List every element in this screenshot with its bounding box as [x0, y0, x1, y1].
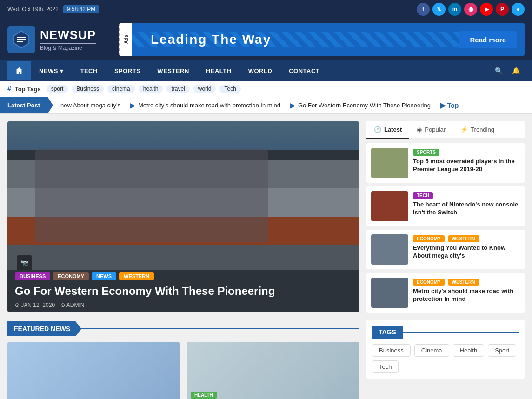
top-tags-label: Top Tags [15, 86, 41, 93]
twitter-icon[interactable]: 𝕏 [432, 3, 446, 16]
sidebar-content-1: TECH The heart of Nintendo's new console… [413, 191, 520, 221]
tab-latest[interactable]: 🕐 Latest [366, 121, 409, 139]
hero-article: 📷 BUSINESS ECONOMY NEWS WESTERN Go For W… [7, 121, 359, 312]
hero-camera-icon: 📷 [17, 255, 32, 270]
hero-tag-western[interactable]: WESTERN [119, 272, 154, 280]
read-more-button[interactable]: Read more [459, 31, 517, 48]
tag-button-tech[interactable]: Tech [372, 360, 399, 373]
search-icon[interactable]: 🔍 [490, 60, 507, 81]
ticker-content: now About mega city's ▶ Metro city's sho… [53, 97, 532, 113]
tag-button-health[interactable]: Health [453, 344, 485, 357]
featured-news-title: FEATURED NEWS [7, 321, 81, 336]
hero-tag-business[interactable]: BUSINESS [15, 272, 50, 280]
header: NEWSUP Blog & Magazine Ads Leading The W… [0, 19, 532, 60]
facebook-icon[interactable]: f [417, 3, 430, 16]
tag-cinema[interactable]: cinema [107, 85, 135, 93]
sidebar-item-0[interactable]: SPORTS Top 5 most overrated players in t… [366, 143, 525, 183]
ad-text: Leading The Way [141, 32, 449, 47]
ticker-top[interactable]: ▶ Top [440, 101, 459, 110]
youtube-icon[interactable]: ▶ [480, 3, 493, 16]
hero-meta: ⊙ JAN 12, 2020 ⊙ ADMIN [15, 302, 84, 308]
ticker-item-1[interactable]: ▶ Metro city's should make road with pro… [130, 101, 280, 110]
sidebar-thumb-0 [371, 148, 408, 178]
svg-rect-1 [17, 37, 26, 38]
tag-travel[interactable]: travel [166, 85, 189, 93]
sidebar-content-0: SPORTS Top 5 most overrated players in t… [413, 148, 520, 178]
clock-icon: 🕐 [374, 126, 381, 133]
sidebar-thumb-1 [371, 191, 408, 221]
logo-subtitle: Blog & Magazine [40, 43, 96, 51]
featured-news-section: FEATURED NEWS HEALTH [7, 321, 359, 399]
ad-tag: Ads [119, 23, 132, 56]
top-tags-bar: # Top Tags sport Business cinema health … [0, 81, 532, 97]
time-display: 9:58:42 PM [63, 5, 99, 13]
nav-western[interactable]: WESTERN [149, 61, 198, 81]
sidebar-thumb-3 [371, 278, 408, 308]
sidebar-badge-western-3: WESTERN [448, 279, 479, 286]
sidebar-badge-sports-0: SPORTS [413, 149, 439, 156]
main-nav: NEWS ▾ TECH SPORTS WESTERN HEALTH WORLD … [0, 60, 532, 81]
logo-title: NEWSUP [40, 28, 96, 42]
hero-tag-economy[interactable]: ECONOMY [53, 272, 89, 280]
hero-image [7, 121, 359, 312]
nav-news[interactable]: NEWS ▾ [31, 61, 72, 81]
tag-tech[interactable]: Tech [219, 85, 240, 93]
instagram-icon[interactable]: ◉ [464, 3, 477, 16]
pinterest-icon[interactable]: P [496, 3, 509, 16]
nav-tech[interactable]: TECH [72, 61, 106, 81]
featured-item-1[interactable]: HEALTH [187, 342, 359, 399]
featured-health-badge: HEALTH [191, 392, 217, 399]
hero-date: ⊙ JAN 12, 2020 [15, 302, 55, 308]
sidebar-item-1[interactable]: TECH The heart of Nintendo's new console… [366, 186, 525, 226]
trending-icon: ⚡ [460, 126, 468, 133]
sidebar-title-0: Top 5 most overrated players in the Prem… [413, 158, 520, 173]
tag-health[interactable]: health [139, 85, 163, 93]
hero-category-tags: BUSINESS ECONOMY NEWS WESTERN [15, 272, 154, 280]
featured-image-1: HEALTH [187, 342, 359, 399]
ticker-item-2[interactable]: ▶ Go For Western Economy With These Pion… [290, 101, 431, 110]
section-divider [81, 328, 359, 329]
tab-popular[interactable]: ◉ Popular [409, 121, 453, 138]
tag-button-business[interactable]: Business [372, 344, 411, 357]
tags-section-header: TAGS [372, 326, 519, 339]
sidebar-title-2: Everything You Wanted to Know About mega… [413, 244, 520, 260]
main-left: 📷 BUSINESS ECONOMY NEWS WESTERN Go For W… [7, 121, 359, 399]
tags-list: Business Cinema Health Sport Tech [372, 344, 519, 373]
tag-world[interactable]: world [193, 85, 216, 93]
social-icons: f 𝕏 in ◉ ▶ P ● [417, 3, 525, 16]
ad-banner: Ads Leading The Way Read more [119, 23, 525, 56]
ticker-item-0[interactable]: now About mega city's [60, 102, 120, 109]
tag-business[interactable]: Business [72, 85, 104, 93]
hero-author: ⊙ ADMIN [60, 302, 84, 308]
svg-rect-3 [17, 41, 23, 42]
sidebar-item-2[interactable]: ECONOMY WESTERN Everything You Wanted to… [366, 230, 525, 269]
nav-contact[interactable]: CONTACT [280, 61, 328, 81]
notification-bell-icon[interactable]: 🔔 [507, 60, 525, 81]
tag-button-cinema[interactable]: Cinema [414, 344, 449, 357]
logo-icon[interactable] [7, 26, 35, 53]
hero-title[interactable]: Go For Western Economy With These Pionee… [15, 285, 352, 298]
hero-tag-news[interactable]: NEWS [92, 272, 116, 280]
nav-sports[interactable]: SPORTS [106, 61, 149, 81]
sidebar-item-3[interactable]: ECONOMY WESTERN Metro city's should make… [366, 273, 525, 313]
linkedin-icon[interactable]: in [448, 3, 461, 16]
featured-image-0 [7, 342, 180, 399]
logo-area: NEWSUP Blog & Magazine [7, 26, 110, 53]
nav-health[interactable]: HEALTH [198, 61, 240, 81]
popular-icon: ◉ [417, 126, 422, 133]
sidebar-thumb-2 [371, 234, 408, 265]
rss-icon[interactable]: ● [512, 3, 525, 16]
nav-home-button[interactable] [7, 61, 31, 80]
latest-post-ticker: Latest Post now About mega city's ▶ Metr… [0, 97, 532, 114]
featured-grid: HEALTH [7, 342, 359, 399]
tag-sport[interactable]: sport [47, 85, 68, 93]
main-right: 🕐 Latest ◉ Popular ⚡ Trending SPORTS Top… [366, 121, 525, 399]
tab-trending[interactable]: ⚡ Trending [453, 121, 502, 138]
sidebar-badge-western-2: WESTERN [448, 235, 479, 242]
nav-world[interactable]: WORLD [240, 61, 281, 81]
tag-button-sport[interactable]: Sport [488, 344, 516, 357]
top-tags-hash: # [7, 85, 11, 93]
main-area: 📷 BUSINESS ECONOMY NEWS WESTERN Go For W… [0, 114, 532, 399]
tags-section: TAGS Business Cinema Health Sport Tech [366, 320, 525, 379]
featured-item-0[interactable] [7, 342, 180, 399]
